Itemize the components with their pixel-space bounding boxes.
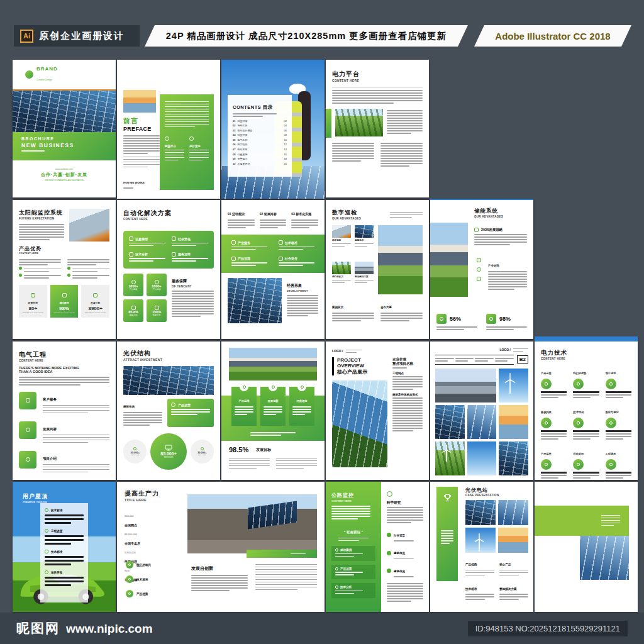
p9-col: 01 活动前沿 (228, 206, 255, 230)
p13-item: 项目介绍 (43, 451, 109, 474)
toc-row: 10发电量评估20 (233, 162, 287, 165)
toc-no: 04 (233, 133, 235, 136)
software-band: Adobe Illustrator CC 2018 (474, 25, 631, 47)
p10-photo-grid: 科研创新 高端技术 我们的实力 商业解决方案 (332, 225, 374, 294)
p8-right-sub: OF TENCENT (172, 285, 214, 288)
toc-no: 09 (233, 157, 235, 160)
p20-photo-roof (187, 494, 317, 553)
text-placeholder (601, 513, 620, 528)
text-placeholder (573, 433, 599, 440)
p22-photo-grid (465, 500, 528, 553)
toc-label: 电力性质 (237, 143, 247, 146)
flag-icon (45, 550, 48, 553)
brand-tagline: Creative Design (36, 79, 52, 81)
toc-page: 10 (284, 138, 287, 142)
p10-mini: 科研创新 (332, 225, 351, 258)
p21-right-item: 建筑信息 (394, 570, 405, 573)
p17-spec-table (435, 355, 514, 365)
p7-section-sub: CONTENT HERE (19, 252, 109, 255)
network-icon (31, 293, 35, 297)
building-info-icon (387, 569, 391, 573)
text-placeholder (573, 475, 599, 479)
photo-sunset (499, 405, 528, 439)
text-placeholder (264, 406, 282, 415)
trophy-icon (443, 493, 452, 502)
toc-page: 20 (284, 162, 287, 165)
p7-stat-sub: DEGREE OF SATISFACTION (83, 312, 108, 314)
p22-sub: CASE PRESENTATION (465, 494, 528, 497)
standard-icon (279, 240, 283, 245)
toc-page: 14 (284, 148, 287, 151)
power-icon (440, 317, 443, 321)
text-placeholder (387, 109, 423, 138)
industry-icon (231, 240, 236, 245)
analysis-icon (335, 586, 338, 589)
text-placeholder (355, 243, 374, 247)
cloud-icon (201, 447, 204, 450)
text-placeholder (606, 394, 631, 398)
toc-page: 12 (284, 143, 287, 146)
p20-circle-items: 我们的项目 技术标准 产品优势 (126, 561, 151, 597)
p22-caption: 产品优势 (465, 563, 477, 566)
text-placeholder (191, 575, 248, 591)
p17-logo: LOGO / (500, 348, 511, 352)
training-icon (577, 421, 580, 425)
p11-title: 储能系统 (474, 208, 503, 215)
text-placeholder (380, 142, 423, 169)
p9-band-label: 产品运营 (238, 257, 250, 260)
p9-band-item: 产品运营 (231, 257, 267, 268)
text-placeholder (279, 262, 314, 266)
p7-stat-value: 98% (52, 306, 77, 311)
photo-solar-drops (498, 500, 528, 525)
text-placeholder (573, 394, 599, 398)
p16-right-title-2: 重点项目名称 (392, 362, 423, 366)
flag-icon (474, 228, 479, 232)
building-info-icon (387, 551, 391, 555)
toc-no: 03 (233, 129, 235, 132)
p21-box-label: 成功案例 (340, 548, 352, 552)
p9-col-no: 01 (228, 212, 231, 216)
p22-caption-block: 整体解决方案 (499, 581, 528, 602)
p8-grid-item: 服务运维 (172, 252, 208, 264)
p8-grid-label: 技术分析 (135, 252, 148, 256)
p9-col-label: 标准化实施 (296, 212, 311, 216)
p10-mini-photo (355, 262, 374, 274)
toc-page: 04 (284, 124, 287, 127)
advantage-icon (128, 592, 131, 595)
text-placeholder (392, 367, 414, 369)
toc-label: 电站充电 (237, 148, 247, 151)
preface-foot-label: HOW WE WORKS (123, 181, 145, 184)
p7-stat-value: 8900+ (83, 306, 108, 311)
eco-icon (133, 447, 136, 450)
toc-page: 02 (284, 119, 287, 123)
text-placeholder (441, 530, 453, 544)
p7-stat-card: 发展目标 8900+ DEGREE OF SATISFACTION (81, 285, 109, 318)
text-placeholder (335, 553, 363, 557)
p7-stat-sub: DEGREE OF SATISFACTION (21, 312, 45, 314)
chart-icon (477, 258, 481, 262)
toc-no: 08 (233, 153, 235, 156)
text-placeholder (229, 456, 270, 470)
text-placeholder (606, 433, 631, 440)
p8-right-col: 服务保障 OF TENCENT (172, 274, 214, 322)
p22-caption-block: 产品优势 (465, 557, 494, 577)
p11-photo-house (430, 223, 468, 297)
text-placeholder (292, 406, 311, 415)
p11-stat: 98% (486, 314, 527, 331)
p22-title: 光伏电站 (465, 487, 528, 494)
p16-label-1: 工程特点 (392, 372, 423, 375)
dartboard-icon (26, 457, 30, 462)
text-placeholder (279, 247, 314, 250)
p11-stat-value: 56% (450, 316, 461, 322)
text-placeholder (474, 234, 527, 245)
page-01-cover: BRAND Creative Design BROCHURE NEW BUSIN… (13, 60, 116, 197)
text-placeholder (541, 394, 567, 398)
p7-stat-sub: DEGREE OF SATISFACTION (52, 312, 77, 314)
cover-title-band: BROCHURE NEW BUSINESS (13, 132, 116, 160)
preface-footnote: HOW WE WORKS (123, 175, 145, 191)
p20-section-title: 发展自创新 (191, 566, 213, 570)
text-placeholder (172, 243, 208, 247)
photo-sky (467, 441, 497, 475)
p20-stat-value: 5,900,000 (125, 551, 182, 554)
text-placeholder (394, 576, 423, 577)
